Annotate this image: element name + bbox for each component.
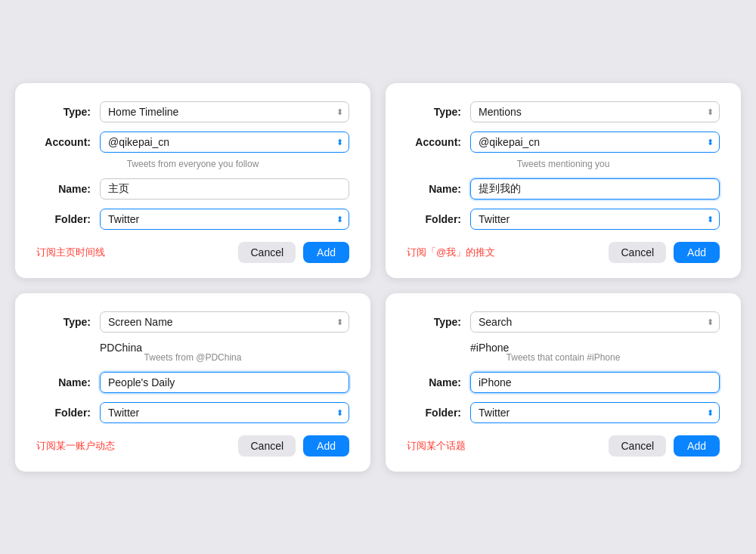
name-row: Name: (36, 372, 349, 393)
account-row: Account: @qikepai_cn ⬍ (36, 132, 349, 153)
hint-text: Tweets from @PDChina (36, 352, 349, 363)
folder-label: Folder: (36, 407, 91, 419)
card-screen-name: Type: Screen Name ⬍ PDChinaTweets from @… (15, 293, 370, 472)
cancel-button[interactable]: Cancel (238, 435, 296, 457)
red-description: 订阅主页时间线 (36, 246, 231, 259)
hint-text: Tweets that contain #iPhone (407, 352, 720, 363)
type-label: Type: (407, 106, 461, 118)
folder-row: Folder: Twitter ⬍ (407, 209, 720, 230)
action-row: 订阅某个话题 Cancel Add (407, 435, 720, 457)
folder-select-wrapper: Twitter ⬍ (470, 209, 720, 230)
add-button[interactable]: Add (303, 435, 349, 457)
account-select-wrapper: @qikepai_cn ⬍ (100, 132, 349, 153)
cancel-button[interactable]: Cancel (609, 435, 666, 457)
cancel-button[interactable]: Cancel (609, 242, 666, 263)
type-row: Type: Search ⬍ (407, 311, 720, 333)
red-description: 订阅「@我」的推文 (407, 246, 601, 259)
add-button[interactable]: Add (303, 242, 349, 263)
folder-select[interactable]: Twitter (470, 402, 720, 423)
hint-text: Tweets from everyone you follow (36, 159, 349, 169)
type-select[interactable]: Home Timeline (100, 101, 349, 122)
add-button[interactable]: Add (674, 242, 720, 263)
folder-label: Folder: (36, 213, 91, 225)
folder-select[interactable]: Twitter (100, 209, 349, 230)
folder-row: Folder: Twitter ⬍ (36, 209, 349, 230)
red-description: 订阅某个话题 (407, 439, 601, 453)
type-select[interactable]: Screen Name (100, 311, 349, 333)
card-search: Type: Search ⬍ #iPhoneTweets that contai… (386, 293, 741, 472)
type-select[interactable]: Mentions (470, 101, 720, 122)
cancel-button[interactable]: Cancel (238, 242, 296, 263)
type-label: Type: (36, 106, 91, 118)
action-row: 订阅某一账户动态 Cancel Add (36, 435, 349, 457)
account-row: Account: @qikepai_cn ⬍ (407, 132, 720, 153)
name-input[interactable] (470, 372, 720, 393)
type-select-wrapper: Search ⬍ (470, 311, 720, 333)
name-label: Name: (36, 376, 91, 388)
account-select-wrapper: @qikepai_cn ⬍ (470, 132, 720, 153)
name-label: Name: (36, 183, 91, 195)
action-row: 订阅「@我」的推文 Cancel Add (407, 242, 720, 263)
account-select[interactable]: @qikepai_cn (100, 132, 349, 153)
card-home-timeline: Type: Home Timeline ⬍ Account: @qikepai_… (15, 83, 370, 278)
folder-select-wrapper: Twitter ⬍ (470, 402, 720, 423)
main-grid: Type: Home Timeline ⬍ Account: @qikepai_… (15, 83, 741, 472)
type-select-wrapper: Home Timeline ⬍ (100, 101, 349, 122)
name-row: Name: (407, 372, 720, 393)
hint-text: Tweets mentioning you (407, 159, 720, 169)
name-input[interactable] (470, 178, 720, 200)
name-input[interactable] (100, 178, 349, 200)
name-label: Name: (407, 376, 461, 388)
name-row: Name: (36, 178, 349, 200)
action-row: 订阅主页时间线 Cancel Add (36, 242, 349, 263)
type-label: Type: (407, 316, 461, 328)
folder-select-wrapper: Twitter ⬍ (100, 209, 349, 230)
folder-label: Folder: (407, 407, 461, 419)
type-select-wrapper: Screen Name ⬍ (100, 311, 349, 333)
name-label: Name: (407, 183, 461, 195)
folder-row: Folder: Twitter ⬍ (36, 402, 349, 423)
name-input[interactable] (100, 372, 349, 393)
folder-label: Folder: (407, 213, 461, 225)
type-row: Type: Home Timeline ⬍ (36, 101, 349, 122)
folder-select[interactable]: Twitter (100, 402, 349, 423)
card-mentions: Type: Mentions ⬍ Account: @qikepai_cn ⬍ … (386, 83, 741, 278)
type-row: Type: Screen Name ⬍ (36, 311, 349, 333)
folder-row: Folder: Twitter ⬍ (407, 402, 720, 423)
folder-select[interactable]: Twitter (470, 209, 720, 230)
type-select-wrapper: Mentions ⬍ (470, 101, 720, 122)
account-label: Account: (36, 136, 91, 148)
name-row: Name: (407, 178, 720, 200)
account-label: Account: (407, 136, 461, 148)
add-button[interactable]: Add (674, 435, 720, 457)
red-description: 订阅某一账户动态 (36, 439, 231, 453)
folder-select-wrapper: Twitter ⬍ (100, 402, 349, 423)
type-row: Type: Mentions ⬍ (407, 101, 720, 122)
type-select[interactable]: Search (470, 311, 720, 333)
type-label: Type: (36, 316, 91, 328)
account-select[interactable]: @qikepai_cn (470, 132, 720, 153)
